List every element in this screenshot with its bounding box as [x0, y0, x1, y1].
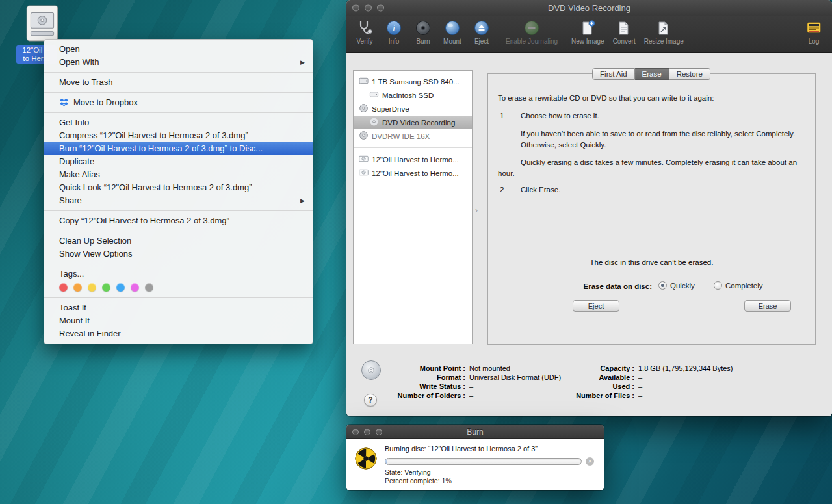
burn-disc-icon: [354, 446, 378, 473]
disk-image-icon: [359, 168, 369, 179]
info-icon: i: [385, 19, 402, 37]
radio-button-icon: [658, 281, 667, 290]
info-row: Write Status : – Used : –: [346, 382, 832, 391]
minimize-button[interactable]: [364, 429, 370, 435]
menu-item-quick-look[interactable]: Quick Look “12"Oil Harvest to Hermosa 2 …: [44, 181, 313, 194]
menu-item-tags[interactable]: Tags...: [44, 268, 313, 281]
resize-image-button[interactable]: Resize Image: [644, 18, 684, 45]
cancel-burn-icon[interactable]: [586, 457, 594, 466]
dmg-icon: [23, 4, 62, 43]
menu-item-toast-it[interactable]: Toast It: [44, 301, 313, 314]
log-button[interactable]: Log: [803, 18, 824, 45]
tab-erase[interactable]: Erase: [635, 68, 670, 80]
tag-color-dot[interactable]: [88, 283, 96, 292]
capacity-value: 1.8 GB (1,795,129,344 Bytes): [638, 364, 733, 372]
disk-image-icon: [359, 154, 369, 165]
tag-color-dot[interactable]: [102, 283, 110, 292]
enable-journaling-button[interactable]: Enable Journaling: [506, 18, 558, 45]
write-status-label: Write Status :: [346, 383, 465, 390]
new-image-button[interactable]: New Image: [571, 18, 604, 45]
disk-utility-titlebar[interactable]: DVD Video Recording: [346, 0, 832, 16]
erase-intro-text: To erase a rewritable CD or DVD so that …: [498, 94, 714, 102]
menu-item-duplicate[interactable]: Duplicate: [44, 155, 313, 168]
tab-restore[interactable]: Restore: [670, 68, 710, 80]
zoom-button[interactable]: [376, 429, 382, 435]
sidebar-item-label: DVDRW IDE 16X: [372, 132, 430, 140]
radio-completely[interactable]: Completely: [714, 281, 763, 290]
menu-item-open-with[interactable]: Open With: [44, 56, 313, 69]
cant-erase-notice: The disc in this drive can’t be erased.: [488, 258, 815, 266]
close-button[interactable]: [352, 5, 359, 12]
menu-item-show-view-options[interactable]: Show View Options: [44, 247, 313, 260]
available-label: Available :: [563, 373, 634, 381]
disc-info-grid: Mount Point : Not mounted Capacity : 1.8…: [346, 364, 832, 400]
erase-pane-button[interactable]: Erase: [744, 300, 791, 312]
close-button[interactable]: [352, 429, 359, 435]
sidebar-item-disk-image-1[interactable]: 12"Oil Harvest to Hermo...: [354, 153, 472, 166]
sidebar-item-dvdrw[interactable]: DVDRW IDE 16X: [354, 129, 472, 143]
menu-item-clean-up-selection[interactable]: Clean Up Selection: [44, 234, 313, 247]
minimize-button[interactable]: [365, 5, 372, 12]
sidebar-resize-handle[interactable]: ›: [475, 206, 478, 215]
menu-item-burn-to-disc[interactable]: Burn “12"Oil Harvest to Hermosa 2 of 3.d…: [44, 142, 313, 155]
radio-quickly[interactable]: Quickly: [658, 281, 695, 290]
info-button[interactable]: i Info: [384, 18, 404, 45]
sidebar-item-superdrive[interactable]: SuperDrive: [354, 102, 472, 116]
menu-item-move-to-dropbox[interactable]: Move to Dropbox: [44, 96, 313, 109]
step1-detail-1: If you haven’t been able to save to or r…: [521, 129, 812, 151]
sidebar-item-disk-image-2[interactable]: 12"Oil Harvest to Hermo...: [354, 166, 472, 180]
mount-label: Mount: [443, 38, 462, 45]
menu-item-move-to-trash[interactable]: Move to Trash: [44, 76, 313, 89]
disk-utility-window: DVD Video Recording Verify: [346, 0, 832, 416]
eject-button[interactable]: Eject: [471, 18, 492, 45]
burn-button[interactable]: Burn: [413, 18, 434, 45]
menu-separator: [44, 210, 313, 211]
menu-item-make-alias[interactable]: Make Alias: [44, 168, 313, 181]
format-label: Format :: [346, 373, 465, 381]
folders-label: Number of Folders :: [346, 392, 465, 399]
resize-image-icon: [655, 19, 672, 37]
erase-pane: To erase a rewritable CD or DVD so that …: [488, 73, 816, 345]
sidebar-item-samsung-ssd[interactable]: 1 TB Samsung SSD 840...: [354, 75, 472, 88]
sidebar-item-label: DVD Video Recording: [382, 119, 455, 127]
mount-icon: [444, 19, 461, 37]
eject-pane-button[interactable]: Eject: [573, 300, 619, 312]
sidebar-item-macintosh-ssd[interactable]: Macintosh SSD: [354, 88, 472, 102]
info-row: Format : Universal Disk Format (UDF) Ava…: [346, 373, 832, 382]
tag-color-dot[interactable]: [59, 283, 68, 292]
menu-item-compress[interactable]: Compress “12"Oil Harvest to Hermosa 2 of…: [44, 129, 313, 142]
folders-value: –: [469, 392, 563, 399]
menu-item-share[interactable]: Share: [44, 194, 313, 207]
menu-separator: [44, 112, 313, 113]
tag-color-dot[interactable]: [131, 283, 139, 292]
menu-item-reveal-in-finder[interactable]: Reveal in Finder: [44, 327, 313, 340]
burn-progress-fill: [385, 459, 387, 464]
verify-button[interactable]: Verify: [354, 18, 375, 45]
convert-button[interactable]: Convert: [613, 18, 636, 45]
window-controls: [352, 5, 384, 12]
tab-first-aid[interactable]: First Aid: [592, 68, 635, 80]
tag-color-dot[interactable]: [73, 283, 82, 292]
tag-color-dots: [44, 281, 313, 294]
svg-text:i: i: [393, 23, 395, 33]
menu-item-mount-it[interactable]: Mount It: [44, 314, 313, 327]
window-controls: [352, 429, 382, 435]
step1-text: Choose how to erase it.: [521, 112, 599, 120]
burn-window-titlebar[interactable]: Burn: [346, 425, 604, 439]
menu-item-open[interactable]: Open: [44, 43, 313, 56]
available-value: –: [638, 373, 642, 381]
optical-drive-icon: [359, 103, 369, 114]
write-status-value: –: [469, 383, 563, 390]
tag-color-dot[interactable]: [116, 283, 125, 292]
pane-tabs: First Aid Erase Restore: [592, 68, 710, 80]
sidebar-item-dvd-video-recording[interactable]: DVD Video Recording: [354, 116, 472, 129]
mount-button[interactable]: Mount: [442, 18, 463, 45]
used-value: –: [638, 383, 642, 390]
tag-color-dot[interactable]: [145, 283, 153, 292]
zoom-button[interactable]: [377, 5, 384, 12]
menu-item-copy[interactable]: Copy “12"Oil Harvest to Hermosa 2 of 3.d…: [44, 214, 313, 227]
verify-icon: [356, 19, 373, 37]
menu-item-get-info[interactable]: Get Info: [44, 116, 313, 129]
sidebar-item-label: 12"Oil Harvest to Hermo...: [372, 170, 459, 177]
verify-label: Verify: [356, 38, 372, 45]
